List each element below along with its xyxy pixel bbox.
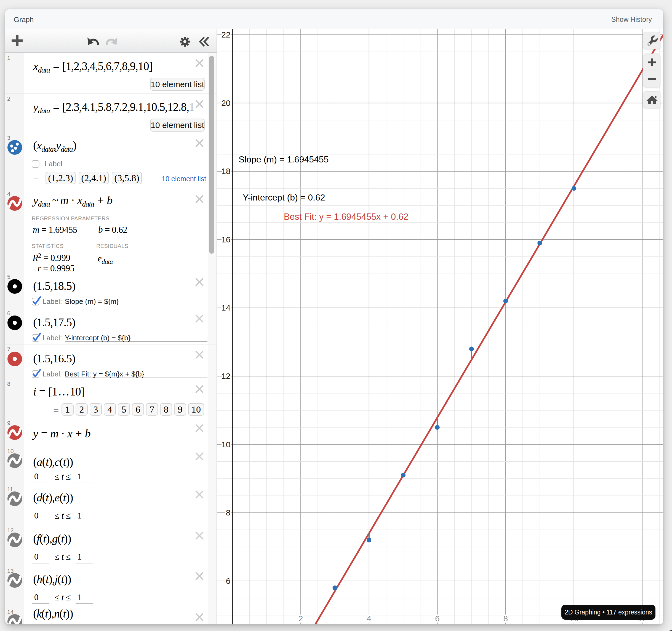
svg-text:6: 6	[435, 614, 440, 623]
svg-text:8: 8	[503, 614, 508, 623]
svg-text:10: 10	[221, 440, 230, 449]
svg-text:16: 16	[221, 235, 230, 244]
svg-text:8: 8	[226, 508, 231, 517]
svg-text:12: 12	[221, 371, 230, 381]
svg-text:Y-intercept (b) = 0.62: Y-intercept (b) = 0.62	[243, 193, 325, 202]
svg-text:14: 14	[221, 303, 230, 312]
svg-text:2: 2	[298, 614, 303, 623]
svg-text:6: 6	[226, 576, 231, 585]
svg-text:Best Fit: y = 1.6945455x + 0.6: Best Fit: y = 1.6945455x + 0.62	[284, 212, 409, 222]
svg-text:18: 18	[221, 167, 230, 176]
svg-text:4: 4	[367, 614, 371, 623]
svg-text:Slope (m) = 1.6945455: Slope (m) = 1.6945455	[239, 154, 329, 164]
svg-text:22: 22	[221, 30, 230, 39]
svg-text:20: 20	[221, 98, 230, 107]
